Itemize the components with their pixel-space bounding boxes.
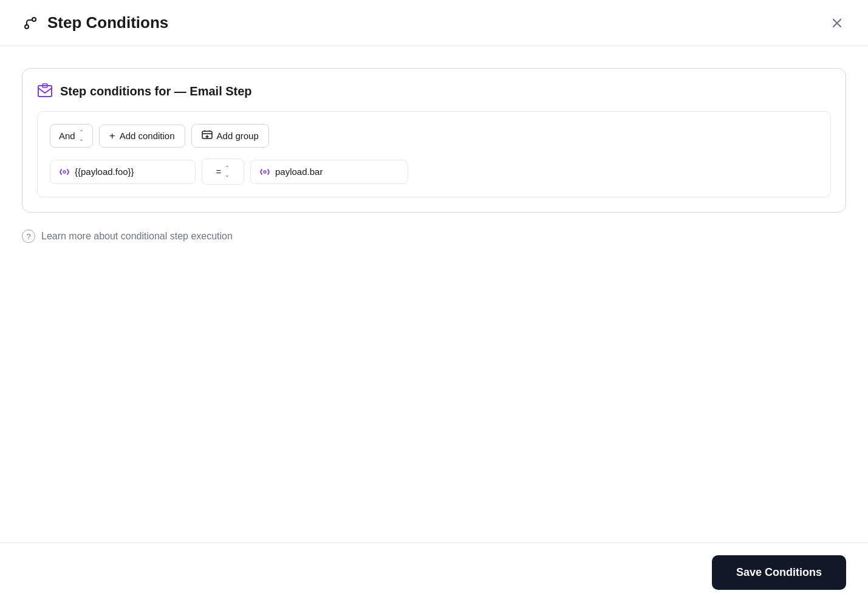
modal-footer: Save Conditions [0, 542, 868, 602]
conditions-toolbar: And + Add condition [50, 124, 818, 148]
and-chevron-icon [79, 129, 84, 142]
add-condition-label: Add condition [120, 131, 175, 141]
condition-right-text: payload.bar [275, 166, 323, 177]
svg-point-1 [32, 18, 36, 21]
condition-operator[interactable]: = [202, 159, 244, 185]
conditions-inner: And + Add condition [37, 111, 831, 197]
condition-left-text: {{payload.foo}} [75, 166, 134, 177]
step-conditions-header-icon [22, 15, 39, 32]
conditions-card: Step conditions for — Email Step And + A… [22, 68, 846, 213]
and-label: And [59, 131, 75, 141]
modal-header: Step Conditions [0, 0, 868, 46]
variable-left-icon [59, 166, 70, 177]
add-group-icon [202, 129, 213, 142]
plus-icon: + [109, 130, 115, 142]
and-button[interactable]: And [50, 124, 93, 148]
condition-row: {{payload.foo}} = [50, 159, 818, 185]
condition-right-value[interactable]: payload.bar [250, 160, 408, 184]
add-group-button[interactable]: Add group [191, 124, 269, 148]
email-step-icon [37, 83, 53, 99]
save-conditions-button[interactable]: Save Conditions [712, 555, 846, 590]
svg-point-6 [264, 171, 266, 173]
learn-more-text: Learn more about conditional step execut… [41, 231, 233, 242]
add-condition-button[interactable]: + Add condition [99, 125, 185, 148]
modal-title: Step Conditions [47, 13, 168, 32]
help-circle-icon: ? [22, 230, 35, 243]
add-group-label: Add group [217, 131, 259, 141]
close-button[interactable] [828, 14, 846, 32]
svg-point-5 [63, 171, 66, 173]
learn-more-link[interactable]: ? Learn more about conditional step exec… [22, 230, 846, 243]
conditions-card-title: Step conditions for — Email Step [60, 84, 252, 98]
condition-left-value[interactable]: {{payload.foo}} [50, 160, 196, 184]
modal-container: Step Conditions Step conditions for — Em… [0, 0, 868, 602]
operator-chevron-icon [225, 165, 230, 178]
conditions-card-header: Step conditions for — Email Step [37, 83, 831, 99]
operator-text: = [216, 166, 222, 177]
variable-right-icon [259, 166, 270, 177]
header-left: Step Conditions [22, 13, 168, 32]
modal-body: Step conditions for — Email Step And + A… [0, 46, 868, 542]
